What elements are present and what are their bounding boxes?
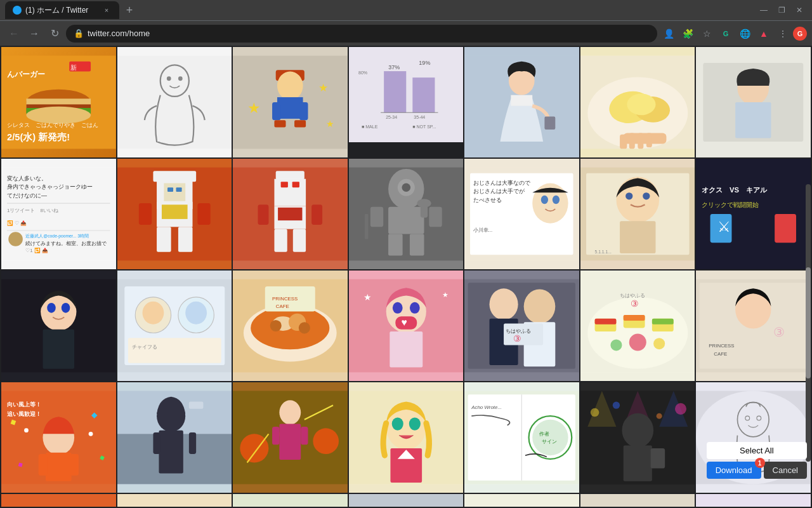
chrome-icon[interactable]: 🌐	[736, 25, 754, 43]
grid-item[interactable]	[1, 494, 116, 507]
grid-item[interactable]	[580, 494, 695, 507]
grid-item[interactable]: PRINCESS CAFE ③	[696, 271, 811, 381]
grid-item[interactable]	[233, 159, 348, 269]
grid-item[interactable]	[233, 382, 348, 493]
grid-item[interactable]: おじさんは大事なので おじさんは大手でが たべさせる 小川幸...	[464, 159, 579, 269]
svg-point-174	[610, 339, 622, 351]
grid-item[interactable]: ♥ ★ ★	[349, 271, 464, 381]
grid-item[interactable]: ちはやふる ③	[464, 271, 579, 381]
svg-rect-153	[390, 331, 422, 367]
refresh-button[interactable]: ↻	[46, 25, 63, 43]
svg-point-108	[541, 196, 548, 204]
grid-item[interactable]: んバーガー 新 シレタス ごはんでりやき ごはん 2/5(水) 新発売!	[1, 47, 116, 157]
close-tab-button[interactable]: ×	[102, 5, 112, 15]
svg-point-195	[24, 428, 29, 432]
grid-item[interactable]: 向い風上等！ 追い風歓迎！	[1, 382, 116, 493]
svg-text:5.1.1.1...: 5.1.1.1...	[594, 250, 611, 254]
pocket-icon[interactable]: ▲	[755, 25, 773, 43]
svg-text:作者: 作者	[539, 431, 550, 437]
svg-rect-71	[167, 187, 173, 192]
browser-tab[interactable]: (1) ホーム / Twitter ×	[5, 1, 119, 19]
download-badge: 1	[755, 458, 765, 468]
svg-rect-189	[39, 454, 48, 476]
svg-rect-83	[292, 182, 299, 187]
svg-rect-89	[311, 204, 322, 225]
browser-frame: (1) ホーム / Twitter × + — ❐ ✕ ← → ↻ 🔒 twit…	[0, 0, 812, 508]
svg-rect-80	[276, 171, 304, 180]
svg-text:🔁  ♡  📤: 🔁 ♡ 📤	[7, 220, 27, 226]
svg-point-196	[89, 432, 93, 436]
cancel-button[interactable]: Cancel	[764, 462, 807, 479]
new-tab-button[interactable]: +	[122, 3, 137, 18]
minimize-button[interactable]: —	[756, 3, 771, 18]
grid-item[interactable]	[580, 47, 695, 157]
svg-rect-47	[620, 135, 627, 149]
svg-point-45	[627, 93, 655, 115]
grid-item[interactable]: ちはやふる ③	[580, 271, 695, 381]
grid-item[interactable]: オクス VS キアル クリックで戦闘開始 ⚔	[696, 159, 811, 269]
grid-item[interactable]	[117, 159, 232, 269]
svg-point-63	[8, 232, 23, 246]
grid-item[interactable]	[233, 494, 348, 507]
bookmark-icon[interactable]: ☆	[698, 25, 716, 43]
forward-button[interactable]: →	[25, 25, 43, 43]
svg-point-8	[26, 107, 91, 124]
grid-item[interactable]: PRINCESS CAFE	[233, 271, 348, 381]
grid-item[interactable]	[696, 494, 811, 507]
grid-item[interactable]	[349, 159, 464, 269]
maximize-button[interactable]: ❐	[774, 3, 789, 18]
svg-rect-101	[365, 214, 369, 239]
svg-rect-188	[46, 453, 72, 481]
svg-text:■ MALE: ■ MALE	[362, 124, 378, 129]
svg-point-142	[270, 320, 282, 331]
grid-item[interactable]	[349, 382, 464, 493]
svg-point-134	[185, 302, 207, 324]
svg-text:向い風上等！: 向い風上等！	[7, 401, 41, 408]
account-icon[interactable]: 👤	[660, 25, 678, 43]
grid-item[interactable]	[117, 494, 232, 507]
svg-rect-72	[176, 187, 181, 192]
grid-item[interactable]	[696, 47, 811, 157]
address-bar[interactable]: 🔒 twitter.com/home	[66, 25, 657, 43]
download-button[interactable]: Download 1	[707, 462, 761, 479]
grid-item[interactable]	[349, 494, 464, 507]
grid-item[interactable]: 変な人多いな。 身内できゃっきゃっジョークゆー てだけなのに— 1リツイート 8…	[1, 159, 116, 269]
grid-item[interactable]: ★ ★ ★	[233, 47, 348, 157]
grammarly-icon[interactable]: G	[717, 25, 735, 43]
svg-point-219	[409, 417, 421, 430]
close-window-button[interactable]: ✕	[792, 3, 807, 18]
scrollbar[interactable]	[806, 184, 811, 462]
extensions-icon[interactable]: 🧩	[679, 25, 697, 43]
svg-rect-77	[138, 203, 151, 225]
select-all-button[interactable]: Select All	[707, 442, 807, 459]
tab-title: (1) ホーム / Twitter	[25, 5, 98, 16]
grid-item[interactable]	[464, 47, 579, 157]
grid-item[interactable]: 37% 19% 25-34 35-44 ■ MALE ■ NOT SP... 8…	[349, 47, 464, 157]
svg-text:クリックで戦闘開始: クリックで戦闘開始	[702, 201, 759, 208]
svg-text:80%: 80%	[358, 70, 367, 75]
profile-avatar[interactable]: G	[793, 27, 807, 41]
more-button[interactable]: ⋮	[774, 25, 792, 43]
grid-item[interactable]: チャイフる	[117, 271, 232, 381]
svg-rect-172	[652, 319, 674, 324]
grid-item[interactable]	[117, 382, 232, 493]
grid-item[interactable]	[1, 271, 116, 381]
svg-text:1リツイート　8いいね: 1リツイート 8いいね	[7, 208, 59, 213]
svg-rect-85	[278, 208, 302, 220]
svg-rect-98	[410, 234, 424, 256]
back-button[interactable]: ←	[5, 25, 23, 43]
svg-rect-201	[159, 431, 183, 474]
grid-item[interactable]	[580, 382, 695, 493]
grid-item[interactable]	[117, 47, 232, 157]
svg-text:★: ★	[442, 291, 448, 298]
svg-rect-213	[279, 424, 301, 460]
svg-text:PRINCESS: PRINCESS	[709, 343, 735, 349]
svg-text:PRINCESS: PRINCESS	[272, 297, 298, 302]
grid-item[interactable]: Acho Wrote... 作者 サイン	[464, 382, 579, 493]
scrollbar-thumb[interactable]	[806, 267, 811, 378]
grid-item[interactable]	[464, 494, 579, 507]
svg-rect-76	[178, 227, 192, 252]
svg-rect-203	[188, 432, 195, 454]
svg-rect-168	[594, 319, 616, 324]
grid-item[interactable]: 5.1.1.1...	[580, 159, 695, 269]
